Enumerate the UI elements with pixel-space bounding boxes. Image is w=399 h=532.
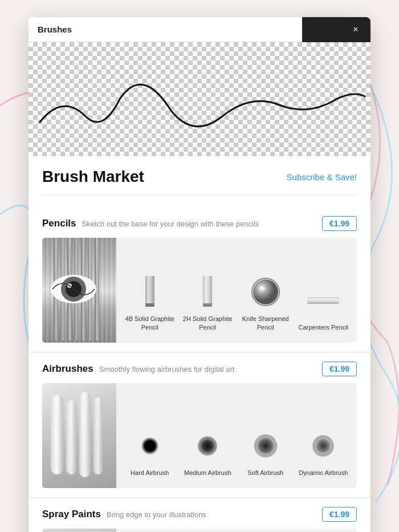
pencil-carp-thumb (305, 282, 341, 319)
svg-rect-19 (307, 298, 339, 299)
airbrushes-section: Airbrushes Smoothly flowing airbrushes f… (42, 352, 357, 488)
airbrush-medium-thumb (189, 428, 226, 464)
subscribe-link[interactable]: Subscribe & Save! (287, 172, 357, 182)
list-item[interactable]: Hard Airbrush (121, 423, 179, 481)
airbrushes-preview-image (42, 383, 116, 488)
spray-paints-section-desc: Bring edge to your illustrations (107, 510, 322, 519)
pencils-section-header: Pencils Sketch out the base for your des… (42, 207, 357, 231)
airbrush-medium-label: Medium Airbrush (184, 469, 231, 477)
airbrushes-section-name: Airbrushes (42, 363, 93, 375)
list-item[interactable]: Medium Airbrush (179, 423, 237, 481)
spray-paints-section-name: Spray Paints (42, 509, 101, 520)
svg-point-17 (259, 287, 265, 290)
pencils-preview-image (42, 238, 116, 343)
svg-rect-12 (145, 303, 154, 307)
brush-market-dialog: Brushes × Brush Market Subscribe & Save!… (28, 17, 370, 532)
svg-rect-11 (145, 276, 154, 306)
svg-rect-18 (307, 297, 339, 304)
svg-rect-21 (66, 400, 76, 474)
pencils-price-badge[interactable]: €1.99 (322, 216, 357, 231)
airbrushes-section-header: Airbrushes Smoothly flowing airbrushes f… (42, 352, 357, 376)
svg-rect-13 (203, 276, 212, 306)
pencils-section-body: 4B Solid Graphite Pencil (42, 238, 357, 343)
pencils-brushes-grid: 4B Solid Graphite Pencil (116, 238, 357, 343)
airbrush-hard-label: Hard Airbrush (131, 469, 169, 477)
svg-rect-20 (51, 395, 63, 474)
close-button[interactable]: × (349, 23, 363, 36)
title-bar-right: × (302, 17, 370, 42)
pencil-knife-thumb (247, 274, 284, 310)
airbrushes-brushes-grid: Hard Airbrush (116, 383, 357, 488)
svg-point-30 (307, 430, 339, 462)
list-item[interactable]: Knife Sharpened Pencil (237, 269, 295, 336)
svg-rect-23 (93, 397, 103, 474)
spray-paints-preview-image (42, 529, 116, 532)
airbrushes-section-body: Hard Airbrush (42, 383, 357, 488)
airbrush-soft-label: Soft Airbrush (247, 469, 283, 477)
list-item[interactable]: Carpenters Pencil (295, 278, 353, 336)
svg-point-29 (250, 430, 282, 462)
airbrushes-section-desc: Smoothly flowing airbrushes for digital … (99, 365, 322, 373)
spray-paints-price-badge[interactable]: €1.99 (322, 507, 357, 522)
svg-point-27 (135, 431, 165, 461)
pencil-2h-label: 2H Solid Graphite Pencil (181, 315, 235, 331)
spray-paints-brushes-grid: Fine Spray (116, 529, 357, 532)
pencils-section: Pencils Sketch out the base for your des… (42, 207, 357, 343)
brush-preview-area (28, 42, 370, 156)
airbrush-hard-thumb (132, 428, 168, 464)
airbrush-dynamic-thumb (305, 428, 341, 464)
svg-point-16 (253, 279, 278, 304)
spray-paints-section: Spray Paints Bring edge to your illustra… (42, 498, 357, 532)
list-item[interactable]: 4B Solid Graphite Pencil (121, 269, 179, 336)
market-header: Brush Market Subscribe & Save! (42, 168, 357, 196)
airbrush-soft-thumb (247, 428, 284, 464)
airbrush-dynamic-label: Dynamic Airbrush (299, 469, 348, 477)
airbrushes-price-badge[interactable]: €1.99 (322, 362, 357, 376)
spray-paints-section-header: Spray Paints Bring edge to your illustra… (42, 498, 357, 522)
pencil-4b-label: 4B Solid Graphite Pencil (123, 315, 177, 331)
svg-rect-14 (203, 303, 212, 307)
pencil-2h-thumb (189, 274, 226, 310)
pencils-section-desc: Sketch out the base for your design with… (82, 220, 322, 228)
pencils-section-name: Pencils (42, 218, 76, 229)
pencil-carp-label: Carpenters Pencil (299, 323, 348, 331)
market-content: Brush Market Subscribe & Save! Pencils S… (28, 156, 370, 532)
pencil-4b-thumb (132, 274, 168, 310)
spray-paints-section-body: Fine Spray (42, 529, 357, 532)
svg-point-28 (193, 431, 222, 461)
title-bar: Brushes × (28, 17, 370, 42)
svg-rect-22 (79, 392, 91, 477)
dialog-title: Brushes (38, 25, 302, 34)
list-item[interactable]: Dynamic Airbrush (295, 423, 353, 481)
market-title: Brush Market (42, 168, 144, 186)
list-item[interactable]: 2H Solid Graphite Pencil (179, 269, 237, 336)
pencil-knife-label: Knife Sharpened Pencil (239, 315, 292, 331)
list-item[interactable]: Soft Airbrush (237, 423, 295, 481)
